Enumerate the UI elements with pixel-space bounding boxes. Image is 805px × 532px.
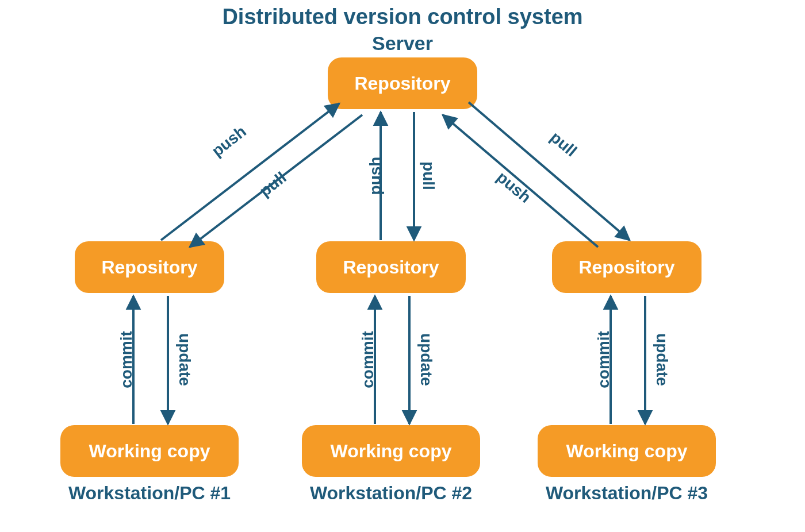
node-label: Working copy (89, 441, 210, 462)
edge-label-wc2-commit: commit (359, 331, 377, 388)
edge-label-repo2-pull: pull (419, 161, 438, 190)
node-working-copy-2: Working copy (302, 425, 480, 477)
edge-label-repo2-push: push (366, 157, 385, 195)
edge-label-wc1-commit: commit (117, 331, 136, 388)
node-label: Repository (101, 257, 197, 278)
edge-label-repo3-pull: pull (547, 128, 581, 161)
node-label: Repository (354, 73, 450, 94)
edge-label-repo1-pull: pull (256, 168, 290, 201)
node-label: Working copy (331, 441, 452, 462)
diagram-title: Distributed version control system (0, 5, 805, 29)
node-working-copy-1: Working copy (60, 425, 239, 477)
node-working-copy-3: Working copy (538, 425, 716, 477)
node-label: Working copy (566, 441, 688, 462)
node-label: Repository (343, 257, 439, 278)
node-repo-1: Repository (75, 241, 224, 293)
arrow-repo3-pull (469, 102, 630, 240)
node-repo-2: Repository (316, 241, 466, 293)
edge-label-wc1-update: update (175, 333, 194, 386)
diagram-stage: Distributed version control system Serve… (0, 0, 805, 532)
edge-label-wc2-update: update (417, 333, 435, 386)
workstation-label-2: Workstation/PC #2 (290, 483, 492, 504)
edge-label-repo1-push: push (208, 122, 250, 160)
edge-label-wc3-update: update (653, 333, 671, 386)
edge-label-repo3-push: push (493, 168, 535, 207)
node-server-repository: Repository (328, 57, 477, 109)
workstation-label-1: Workstation/PC #1 (49, 483, 250, 504)
arrow-repo1-push (161, 103, 339, 240)
server-label: Server (0, 32, 805, 55)
node-label: Repository (578, 257, 674, 278)
workstation-label-3: Workstation/PC #3 (526, 483, 727, 504)
edge-label-wc3-commit: commit (595, 331, 613, 388)
node-repo-3: Repository (552, 241, 702, 293)
